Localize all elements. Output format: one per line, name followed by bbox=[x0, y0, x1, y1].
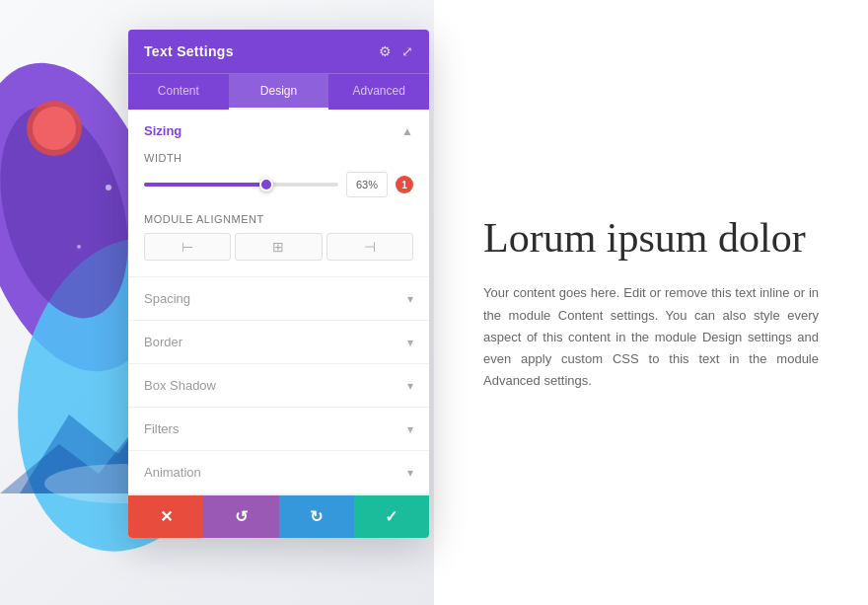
section-box-shadow: Box Shadow ▾ bbox=[128, 364, 429, 408]
border-chevron-icon: ▾ bbox=[407, 336, 413, 349]
width-input[interactable] bbox=[346, 172, 388, 197]
section-animation: Animation ▾ bbox=[128, 451, 429, 494]
section-spacing: Spacing ▾ bbox=[128, 277, 429, 321]
width-label: Width bbox=[144, 152, 413, 164]
width-slider[interactable] bbox=[144, 183, 338, 187]
slider-track bbox=[144, 183, 338, 187]
panel-tabs: Content Design Advanced bbox=[128, 73, 429, 110]
undo-button[interactable]: ↺ bbox=[203, 495, 278, 538]
sizing-content: Width 1 Modu bbox=[128, 152, 429, 276]
filters-chevron-icon: ▾ bbox=[407, 422, 413, 436]
alignment-label: Module Alignment bbox=[144, 213, 413, 225]
redo-button[interactable]: ↻ bbox=[279, 495, 354, 538]
main-container: Lorum ipsum dolor Your content goes here… bbox=[0, 0, 868, 605]
panel-footer: ✕ ↺ ↻ ✓ bbox=[128, 494, 429, 538]
save-button[interactable]: ✓ bbox=[354, 495, 429, 538]
slider-thumb[interactable] bbox=[259, 178, 273, 191]
section-box-shadow-header[interactable]: Box Shadow ▾ bbox=[128, 364, 429, 407]
section-animation-header[interactable]: Animation ▾ bbox=[128, 451, 429, 493]
section-box-shadow-title: Box Shadow bbox=[144, 378, 216, 393]
svg-point-6 bbox=[106, 185, 111, 190]
svg-point-4 bbox=[33, 107, 76, 150]
box-shadow-chevron-icon: ▾ bbox=[407, 379, 413, 393]
animation-chevron-icon: ▾ bbox=[407, 466, 413, 480]
section-filters: Filters ▾ bbox=[128, 408, 429, 451]
preview-title: Lorum ipsum dolor bbox=[483, 213, 819, 263]
section-border-header[interactable]: Border ▾ bbox=[128, 321, 429, 363]
expand-icon[interactable]: ⤢ bbox=[401, 43, 413, 59]
slider-fill bbox=[144, 183, 266, 187]
align-left-button[interactable]: ⊢ bbox=[144, 233, 231, 261]
section-animation-title: Animation bbox=[144, 465, 201, 480]
cancel-button[interactable]: ✕ bbox=[128, 495, 203, 538]
spacing-chevron-icon: ▾ bbox=[407, 292, 413, 306]
section-border: Border ▾ bbox=[128, 321, 429, 364]
section-sizing: Sizing ▲ Width bbox=[128, 110, 429, 277]
right-area: Lorum ipsum dolor Your content goes here… bbox=[434, 0, 868, 605]
sizing-chevron-up-icon: ▲ bbox=[401, 124, 413, 138]
panel-content: Sizing ▲ Width bbox=[128, 110, 429, 494]
tab-advanced[interactable]: Advanced bbox=[328, 74, 429, 110]
section-sizing-title: Sizing bbox=[144, 123, 181, 138]
section-filters-header[interactable]: Filters ▾ bbox=[128, 408, 429, 450]
preview-body: Your content goes here. Edit or remove t… bbox=[483, 282, 819, 391]
settings-icon[interactable]: ⚙ bbox=[379, 43, 392, 59]
tab-content[interactable]: Content bbox=[128, 74, 229, 110]
section-border-title: Border bbox=[144, 335, 182, 349]
slider-row: 1 bbox=[144, 172, 413, 197]
tab-design[interactable]: Design bbox=[229, 74, 329, 110]
section-sizing-header[interactable]: Sizing ▲ bbox=[128, 110, 429, 152]
settings-panel: Text Settings ⚙ ⤢ Content Design Advance… bbox=[128, 30, 429, 538]
panel-header: Text Settings ⚙ ⤢ bbox=[128, 30, 429, 73]
section-spacing-title: Spacing bbox=[144, 291, 190, 306]
align-center-button[interactable]: ⊞ bbox=[235, 233, 322, 261]
panel-title: Text Settings bbox=[144, 43, 234, 59]
section-spacing-header[interactable]: Spacing ▾ bbox=[128, 277, 429, 320]
alignment-row: ⊢ ⊞ ⊣ bbox=[144, 233, 413, 261]
panel-header-icons: ⚙ ⤢ bbox=[379, 43, 413, 59]
svg-point-7 bbox=[77, 245, 81, 249]
section-filters-title: Filters bbox=[144, 421, 179, 436]
reset-badge[interactable]: 1 bbox=[396, 176, 413, 193]
align-right-button[interactable]: ⊣ bbox=[326, 233, 413, 261]
